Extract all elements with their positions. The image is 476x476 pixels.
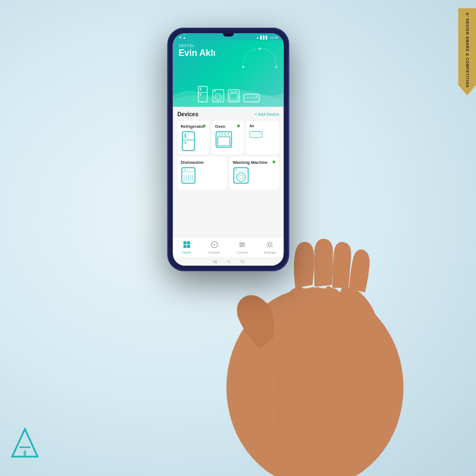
- oven-name: Oven: [215, 124, 240, 129]
- ac-card[interactable]: Air: [246, 121, 279, 154]
- refrigerator-icon-area: [180, 131, 206, 151]
- android-nav-bar: ◁ ○ □: [173, 257, 283, 266]
- svg-rect-26: [216, 132, 231, 147]
- app-header: VESTEL Evin Aklı: [173, 40, 283, 107]
- ac-name: Air: [249, 124, 276, 128]
- nav-explore-label: Explore: [209, 251, 220, 254]
- home-button[interactable]: ○: [227, 259, 230, 264]
- home-icon: [183, 241, 190, 250]
- dishwasher-card[interactable]: Dishwasher: [177, 157, 227, 190]
- svg-point-20: [256, 96, 257, 97]
- nav-home[interactable]: Home: [173, 241, 200, 254]
- award-text: A' DESIGN AWARD & COMPETITION: [465, 13, 469, 87]
- svg-point-43: [184, 169, 186, 171]
- svg-point-54: [214, 244, 215, 245]
- svg-point-35: [259, 132, 260, 133]
- ac-icon-area: [249, 130, 276, 139]
- home-nav-icon: [183, 241, 190, 249]
- section-header: Devices + Add Device: [177, 111, 279, 117]
- svg-point-3: [258, 48, 261, 50]
- control-icon: [238, 241, 246, 250]
- svg-point-46: [239, 175, 243, 179]
- device-row-1: Refrigerator: [177, 121, 279, 154]
- status-icons: ▲ ▋▋▋ 12:36: [256, 35, 278, 39]
- svg-point-60: [240, 245, 242, 247]
- svg-point-11: [214, 91, 216, 92]
- settings-icon: [266, 241, 273, 250]
- washing-machine-status: [272, 161, 275, 163]
- dishwasher-icon-area: [180, 167, 224, 184]
- svg-point-58: [240, 242, 242, 244]
- recent-button[interactable]: □: [241, 259, 244, 264]
- ac-icon: [249, 130, 262, 139]
- svg-rect-24: [184, 141, 186, 144]
- phone-frame: ▼ ▲ ▲ ▋▋▋ 12:36 VESTEL Evin Aklı: [167, 28, 289, 271]
- oven-card[interactable]: Oven: [211, 121, 244, 154]
- washing-machine-card[interactable]: Washing Machine: [229, 157, 279, 190]
- add-device-button[interactable]: + Add Device: [255, 112, 279, 117]
- nav-explore[interactable]: Explore: [200, 241, 228, 254]
- battery-time: 12:36: [270, 36, 278, 39]
- settings-nav-icon: [266, 241, 273, 249]
- wifi-icon: ▲: [256, 36, 259, 39]
- refrigerator-icon: [180, 131, 196, 151]
- svg-rect-33: [250, 132, 262, 138]
- a-design-logo: [11, 426, 39, 459]
- content-area: Devices + Add Device Refrigerator: [173, 107, 283, 253]
- svg-rect-27: [218, 137, 230, 146]
- svg-rect-6: [200, 87, 201, 91]
- svg-rect-52: [187, 245, 190, 248]
- header-devices: [173, 86, 283, 102]
- refrigerator-name: Refrigerator: [180, 124, 206, 129]
- svg-point-17: [235, 91, 236, 92]
- signal-bars: ▋▋▋: [260, 35, 268, 39]
- explore-icon: [210, 241, 218, 250]
- svg-point-2: [275, 66, 277, 68]
- refrigerator-card[interactable]: Refrigerator: [177, 121, 209, 154]
- refrigerator-status: [203, 125, 205, 127]
- header-oven-icon: [227, 89, 240, 102]
- header-fridge-icon: [196, 86, 209, 102]
- svg-point-32: [227, 133, 229, 135]
- svg-point-9: [215, 94, 221, 100]
- svg-rect-7: [200, 94, 201, 96]
- washing-machine-name: Washing Machine: [232, 160, 276, 165]
- back-button[interactable]: ◁: [213, 259, 216, 264]
- a-logo-svg: [11, 426, 39, 459]
- oven-status: [237, 125, 240, 127]
- svg-point-48: [235, 169, 237, 170]
- nav-control[interactable]: Control: [228, 241, 256, 254]
- svg-point-1: [242, 66, 244, 68]
- svg-rect-49: [183, 241, 187, 245]
- washing-machine-icon-area: [232, 167, 276, 184]
- devices-title: Devices: [177, 111, 198, 117]
- control-nav-icon: [238, 241, 246, 249]
- svg-rect-4: [198, 86, 207, 102]
- nav-settings[interactable]: Settings: [256, 241, 283, 254]
- svg-rect-23: [184, 133, 186, 138]
- header-washer-icon: [212, 89, 224, 102]
- svg-point-16: [233, 91, 234, 92]
- svg-point-45: [236, 173, 245, 182]
- oven-icon-area: [215, 131, 240, 148]
- svg-rect-51: [183, 245, 187, 248]
- bottom-nav: Home Explore: [173, 237, 283, 257]
- oven-icon: [215, 131, 232, 148]
- svg-point-10: [216, 95, 220, 99]
- phone-screen: ▼ ▲ ▲ ▋▋▋ 12:36 VESTEL Evin Aklı: [173, 33, 283, 266]
- dishwasher-name: Dishwasher: [180, 160, 224, 165]
- svg-point-59: [242, 244, 244, 245]
- svg-point-30: [221, 133, 223, 135]
- washing-machine-icon: [232, 167, 249, 184]
- nav-settings-label: Settings: [264, 251, 276, 254]
- svg-point-61: [268, 243, 271, 246]
- scene: A' DESIGN AWARD & COMPETITION: [0, 0, 476, 476]
- dishwasher-icon: [180, 167, 196, 184]
- svg-rect-13: [230, 94, 237, 100]
- svg-point-29: [219, 133, 220, 135]
- award-badge: A' DESIGN AWARD & COMPETITION: [458, 8, 476, 95]
- svg-point-31: [224, 133, 226, 135]
- svg-point-15: [231, 91, 232, 92]
- nav-home-label: Home: [182, 251, 191, 254]
- status-signal: ▼ ▲: [178, 36, 186, 39]
